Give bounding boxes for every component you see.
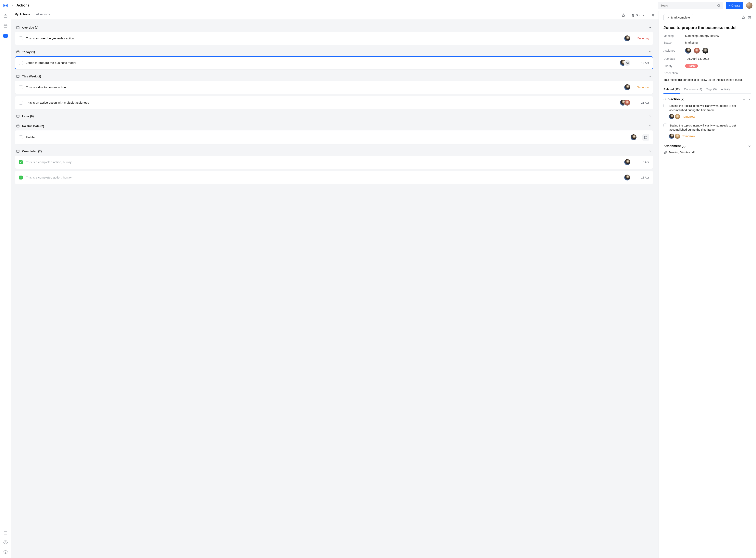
- svg-marker-43: [742, 16, 745, 19]
- filter-icon[interactable]: [651, 14, 655, 17]
- avatar[interactable]: [685, 48, 691, 54]
- avatar[interactable]: [624, 84, 630, 90]
- checkbox[interactable]: [664, 104, 667, 107]
- detail-subtabs: Related (12) Comments (4) Tags (9) Activ…: [664, 86, 751, 94]
- group-title: No Due Date (2): [22, 124, 44, 128]
- group-no-due: No Due Date (2) Untitled: [15, 121, 653, 144]
- calendar-icon: [16, 50, 20, 54]
- checkbox[interactable]: [19, 85, 23, 89]
- settings-icon[interactable]: [3, 540, 8, 544]
- meta-value-space[interactable]: Marketing: [685, 41, 751, 44]
- search-input[interactable]: [660, 4, 715, 7]
- delete-icon[interactable]: [747, 16, 751, 20]
- assignees: [630, 134, 637, 140]
- action-card[interactable]: This is a due tomorrow action Tomorrow: [15, 81, 653, 94]
- avatar[interactable]: [675, 134, 680, 139]
- subaction-item[interactable]: Stating the topic's intent will clarify …: [664, 104, 751, 112]
- chevron-down-icon: [648, 26, 652, 29]
- side-rail: [0, 11, 11, 558]
- group-header-completed[interactable]: Completed (2): [15, 147, 653, 156]
- action-card[interactable]: Jones to prepare the business model +2 1…: [15, 56, 653, 69]
- group-later: Later (0): [15, 111, 653, 121]
- mark-complete-label: Mark complete: [671, 16, 690, 19]
- meta-value-meeting[interactable]: Marketing Strategy Review: [685, 34, 751, 37]
- due-date: 13 Apr: [633, 176, 649, 179]
- tabs-bar: My Actions All Actions Sort: [11, 11, 658, 20]
- store-icon[interactable]: [3, 530, 8, 535]
- set-due-date-button[interactable]: [642, 134, 649, 141]
- app-logo[interactable]: [3, 3, 8, 8]
- avatar[interactable]: [669, 134, 674, 139]
- subtab-tags[interactable]: Tags (9): [706, 86, 717, 94]
- description-text: This meeting's purpose is to follow up o…: [664, 78, 751, 81]
- tab-all-actions[interactable]: All Actions: [36, 12, 50, 18]
- avatar[interactable]: [675, 114, 680, 119]
- subtab-comments[interactable]: Comments (4): [684, 86, 702, 94]
- group-header-later[interactable]: Later (0): [15, 111, 653, 121]
- user-avatar[interactable]: [746, 2, 753, 9]
- favorite-icon[interactable]: [741, 16, 745, 20]
- calendar-icon[interactable]: [3, 24, 8, 28]
- checkbox[interactable]: [664, 124, 667, 127]
- search-box[interactable]: [658, 2, 723, 9]
- checkbox[interactable]: [19, 61, 23, 65]
- group-header-no-due[interactable]: No Due Date (2): [15, 121, 653, 130]
- check-icon: [667, 16, 670, 19]
- avatar[interactable]: [624, 100, 630, 106]
- due-date: 21 Apr: [633, 101, 649, 104]
- subtab-activity[interactable]: Activity: [721, 86, 730, 94]
- favorite-icon[interactable]: [621, 14, 625, 17]
- subaction-item[interactable]: Stating the topic's intent will clarify …: [664, 124, 751, 132]
- help-icon[interactable]: [3, 549, 8, 554]
- chevron-down-icon[interactable]: [748, 98, 751, 101]
- action-card[interactable]: This is an overdue yesterday action Yest…: [15, 32, 653, 45]
- assignee-count[interactable]: +2: [624, 60, 630, 66]
- avatar[interactable]: [702, 48, 708, 54]
- checkbox-checked[interactable]: [19, 160, 23, 164]
- avatar[interactable]: [630, 134, 637, 140]
- subtab-related[interactable]: Related (12): [664, 86, 680, 94]
- action-card[interactable]: This is a completed action, hurray! 3 Ap…: [15, 156, 653, 169]
- meta-value-priority[interactable]: Urgent: [685, 64, 751, 68]
- group-header-this-week[interactable]: This Week (2): [15, 72, 653, 81]
- action-title: This is an overdue yesterday action: [26, 36, 621, 40]
- meta-value-due-date[interactable]: Tue, April 13, 2022: [685, 57, 751, 60]
- action-card[interactable]: This is an active action with multiple a…: [15, 96, 653, 109]
- meta-value-assignee[interactable]: [685, 48, 751, 54]
- chevron-down-icon[interactable]: [748, 144, 751, 148]
- group-title: Today (1): [22, 50, 35, 54]
- avatar[interactable]: [624, 175, 630, 180]
- avatar[interactable]: [669, 114, 674, 119]
- calendar-icon: [16, 124, 20, 128]
- checkbox[interactable]: [19, 135, 23, 139]
- create-button[interactable]: + Create: [726, 2, 744, 9]
- briefcase-icon[interactable]: [3, 14, 8, 19]
- action-title: Jones to prepare the business model: [26, 61, 617, 65]
- checkbox[interactable]: [19, 36, 23, 41]
- action-card[interactable]: Untitled: [15, 130, 653, 144]
- svg-rect-35: [644, 136, 647, 139]
- checkbox[interactable]: [19, 101, 23, 105]
- avatar[interactable]: [694, 48, 700, 54]
- mark-complete-button[interactable]: Mark complete: [664, 14, 693, 21]
- action-card[interactable]: This is a completed action, hurray! 13 A…: [15, 171, 653, 184]
- attachment-item[interactable]: Meeting Minutes.pdf: [664, 151, 751, 154]
- avatar[interactable]: [624, 35, 630, 42]
- add-subaction-icon[interactable]: [742, 98, 746, 101]
- group-header-overdue[interactable]: Overdue (2): [15, 23, 653, 32]
- assignees: [620, 100, 630, 106]
- svg-rect-23: [17, 75, 19, 78]
- svg-rect-27: [17, 115, 19, 118]
- avatar[interactable]: [624, 159, 630, 165]
- sort-button[interactable]: Sort: [631, 14, 645, 17]
- tab-my-actions[interactable]: My Actions: [15, 12, 30, 18]
- checkbox-checked[interactable]: [19, 176, 23, 179]
- actions-nav-icon[interactable]: [3, 33, 8, 38]
- topbar: Actions + Create: [0, 0, 756, 11]
- svg-rect-31: [17, 125, 19, 127]
- add-attachment-icon[interactable]: [742, 144, 746, 148]
- group-header-today[interactable]: Today (1): [15, 47, 653, 56]
- attachment-name: Meeting Minutes.pdf: [669, 151, 695, 154]
- svg-rect-19: [17, 51, 19, 53]
- svg-rect-39: [17, 150, 19, 153]
